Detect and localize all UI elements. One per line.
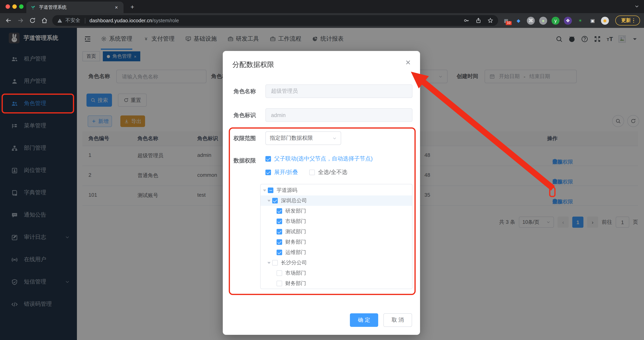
dialog-data-scope-label: 数据权限	[234, 156, 256, 164]
screen: 芋道管理系统 × + 不安全 dashboard.yudao.iocoder.c…	[0, 0, 644, 340]
address-bar[interactable]: 不安全 dashboard.yudao.iocoder.cn/system/ro…	[52, 15, 498, 26]
browser-toolbar: 不安全 dashboard.yudao.iocoder.cn/system/ro…	[0, 13, 644, 28]
tree-node-label: 市场部门	[285, 270, 306, 277]
update-button[interactable]: 更新	[615, 15, 640, 25]
omnibox-divider	[85, 18, 85, 23]
dialog-title: 分配数据权限	[232, 60, 274, 69]
tree-node[interactable]: 市场部门	[261, 216, 412, 227]
tree-checkbox[interactable]	[276, 250, 282, 255]
select-all-checkbox[interactable]	[309, 170, 315, 175]
url-host: dashboard.yudao.iocoder.cn	[90, 18, 152, 23]
traffic-light-minimize[interactable]	[12, 4, 17, 9]
reload-icon[interactable]	[29, 17, 36, 24]
tree-checkbox[interactable]	[276, 229, 282, 235]
key-icon[interactable]	[464, 17, 470, 23]
dialog-role-name-label: 角色名称	[234, 87, 256, 95]
tab-title: 芋道管理系统	[39, 4, 110, 10]
tree-checkbox[interactable]	[272, 260, 278, 266]
tree-checkbox[interactable]	[272, 198, 278, 203]
tree-checkbox[interactable]	[268, 188, 274, 193]
browser-tab[interactable]: 芋道管理系统 ×	[26, 1, 124, 13]
extension-badge: 10	[506, 21, 512, 25]
dialog-role-name-input	[266, 84, 412, 98]
tree-checkbox[interactable]	[276, 270, 282, 276]
traffic-light-close[interactable]	[6, 4, 10, 9]
select-all-checkbox-row[interactable]: 全选/全不选	[309, 169, 348, 176]
tree-checkbox[interactable]	[276, 219, 282, 224]
dialog-assign-data-permission: 分配数据权限 ✕ 角色名称 角色标识 权限范围 指定部门数据权限 数据权限 父子…	[223, 51, 420, 335]
tree-expand-caret-icon[interactable]	[266, 198, 272, 203]
url-path: /system/role	[152, 18, 179, 23]
tree-checkbox[interactable]	[276, 281, 282, 286]
tree-node[interactable]: 研发部门	[261, 206, 412, 216]
share-icon[interactable]	[476, 17, 482, 23]
tree-checkbox[interactable]	[276, 208, 282, 214]
tree-node[interactable]: 财务部门	[261, 278, 412, 289]
tree-expand-caret-icon[interactable]	[262, 188, 267, 193]
home-icon[interactable]	[41, 17, 48, 24]
confirm-button[interactable]: 确 定	[350, 313, 378, 327]
extension-star-green-icon[interactable]: ✶	[576, 16, 584, 24]
tree-node[interactable]: 市场部门	[261, 268, 412, 278]
extension-grid-icon[interactable]: ▦10	[502, 16, 510, 24]
tree-node[interactable]: 长沙分公司	[261, 258, 412, 268]
tree-node[interactable]: 财务部门	[261, 237, 412, 247]
extension-emoji-icon[interactable]: ☻	[601, 16, 609, 24]
tree-node[interactable]: 运维部门	[261, 247, 412, 258]
department-tree: 芋道源码深圳总公司研发部门市场部门测试部门财务部门运维部门长沙分公司市场部门财务…	[260, 184, 412, 289]
security-label: 不安全	[65, 17, 80, 24]
tree-node-label: 深圳总公司	[281, 197, 307, 204]
dialog-close-icon[interactable]: ✕	[404, 59, 412, 67]
tree-node-label: 芋道源码	[276, 187, 297, 194]
tree-node-label: 财务部门	[285, 239, 306, 246]
chevron-down-icon	[332, 136, 337, 140]
cascade-label: 父子联动(选中父节点，自动选择子节点)	[274, 155, 373, 162]
tree-node-label: 运维部门	[285, 249, 306, 256]
tree-checkbox[interactable]	[276, 239, 282, 245]
extension-dot-circle-icon[interactable]: ●	[539, 16, 547, 24]
browser-tab-bar: 芋道管理系统 × +	[0, 0, 644, 13]
bookmark-star-icon[interactable]	[488, 17, 493, 23]
extensions-area: ▦10◆⌘●y❖✶▣☻	[502, 15, 609, 26]
security-warning-icon	[57, 18, 62, 23]
new-tab-button[interactable]: +	[128, 3, 136, 11]
extension-kite-icon[interactable]: ◆	[514, 16, 522, 24]
cascade-checkbox-row[interactable]: 父子联动(选中父节点，自动选择子节点)	[266, 155, 373, 162]
tab-list-caret-icon[interactable]	[634, 4, 639, 9]
tree-node-label: 长沙分公司	[281, 259, 307, 266]
tree-node-label: 财务部门	[285, 280, 306, 287]
tree-node-label: 研发部门	[285, 207, 306, 215]
tree-node[interactable]: 深圳总公司	[261, 195, 412, 206]
expand-label: 展开/折叠	[274, 169, 298, 176]
extension-shield-purple-icon[interactable]: ❖	[564, 16, 572, 24]
tree-node-label: 市场部门	[285, 218, 306, 225]
expand-checkbox[interactable]	[266, 170, 271, 175]
cancel-button[interactable]: 取 消	[383, 313, 412, 327]
update-label: 更新	[621, 17, 631, 24]
tab-close-icon[interactable]: ×	[113, 4, 120, 10]
tree-expand-caret-icon[interactable]	[266, 260, 272, 265]
dialog-role-key-input	[266, 108, 412, 122]
browser-menu-icon[interactable]	[633, 18, 634, 23]
tree-node-label: 测试部门	[285, 228, 306, 235]
dialog-role-key-label: 角色标识	[234, 111, 256, 119]
extension-command-icon[interactable]: ⌘	[527, 16, 535, 24]
dialog-scope-label: 权限范围	[234, 134, 256, 142]
tree-node[interactable]: 测试部门	[261, 227, 412, 237]
extension-puzzle-icon[interactable]: ▣	[588, 16, 596, 24]
select-all-label: 全选/全不选	[318, 169, 348, 176]
tree-node[interactable]: 芋道源码	[261, 185, 412, 195]
back-icon[interactable]	[5, 17, 12, 24]
cascade-checkbox[interactable]	[266, 156, 271, 162]
expand-checkbox-row[interactable]: 展开/折叠	[266, 169, 298, 176]
favicon-plant-icon	[30, 4, 36, 10]
extension-y-green-icon[interactable]: y	[552, 16, 560, 24]
dialog-scope-select[interactable]: 指定部门数据权限	[266, 131, 341, 145]
forward-icon[interactable]	[17, 17, 24, 24]
traffic-light-zoom[interactable]	[19, 4, 24, 9]
